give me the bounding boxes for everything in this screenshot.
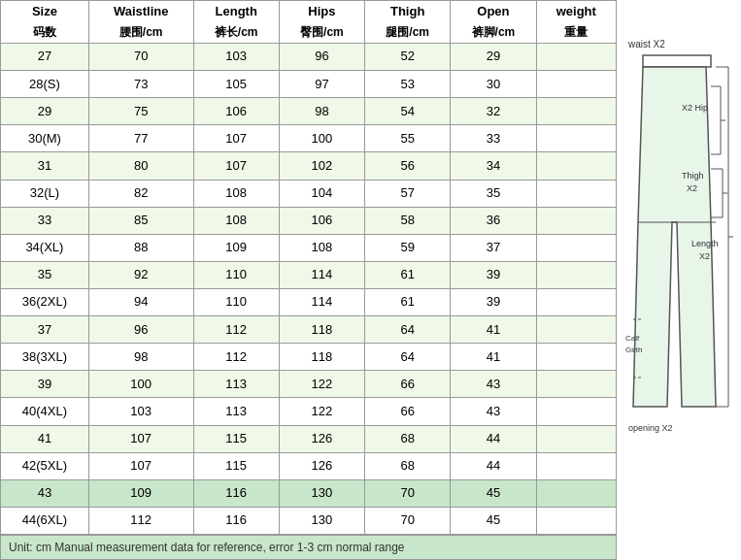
table-cell: 88 [88, 234, 193, 261]
table-cell: 64 [365, 316, 451, 344]
table-cell: 110 [193, 261, 279, 288]
col-open-en: Open [451, 1, 536, 23]
thigh-label-diagram: Thigh [682, 171, 704, 181]
table-cell: 37 [451, 234, 536, 261]
table-row: 2770103965229 [1, 43, 617, 70]
table-cell: 109 [193, 234, 279, 261]
table-cell: 122 [279, 371, 364, 398]
table-cell: 113 [193, 398, 279, 425]
table-cell: 107 [88, 425, 193, 452]
table-body: 277010396522928(S)7310597533029751069854… [1, 43, 617, 534]
table-cell: 54 [365, 98, 451, 125]
table-cell [536, 479, 616, 507]
col-open-cn: 裤脚/cm [451, 22, 536, 43]
table-cell [536, 180, 616, 207]
table-cell: 66 [365, 371, 451, 398]
table-cell: 130 [279, 479, 364, 507]
table-cell: 61 [365, 261, 451, 288]
table-cell: 75 [88, 98, 193, 125]
table-cell: 96 [279, 43, 364, 70]
table-cell: 52 [365, 43, 451, 70]
col-thigh-cn: 腿围/cm [365, 22, 451, 43]
table-cell: 38(3XL) [1, 344, 89, 371]
table-cell: 107 [193, 125, 279, 152]
table-cell: 115 [193, 452, 279, 479]
table-cell: 100 [279, 125, 364, 152]
diagram-section: waist X2 X2 Hip Thigh [617, 0, 741, 560]
table-cell [536, 71, 616, 98]
table-row: 40(4XL)1031131226643 [1, 398, 617, 425]
table-cell [536, 344, 616, 371]
table-cell: 70 [365, 507, 451, 534]
table-cell: 35 [451, 180, 536, 207]
table-cell: 40(4XL) [1, 398, 89, 425]
table-cell: 100 [88, 371, 193, 398]
table-cell: 44(6XL) [1, 507, 89, 534]
table-cell: 122 [279, 398, 364, 425]
table-cell: 70 [88, 43, 193, 70]
table-row: 42(5XL)1071151266844 [1, 452, 617, 479]
table-row: 30(M)771071005533 [1, 125, 617, 152]
table-cell: 59 [365, 234, 451, 261]
table-cell: 115 [193, 425, 279, 452]
table-section: Size Waistline Length Hips Thigh Open we… [0, 0, 617, 560]
table-cell: 82 [88, 180, 193, 207]
table-cell: 43 [451, 398, 536, 425]
length-label: Length [691, 239, 719, 248]
table-row: 36(2XL)941101146139 [1, 288, 617, 315]
table-cell: 68 [365, 425, 451, 452]
table-cell: 35 [1, 261, 89, 288]
table-cell: 126 [279, 425, 364, 452]
table-row: 411071151266844 [1, 425, 617, 452]
table-cell [536, 261, 616, 288]
table-cell: 36 [451, 207, 536, 234]
table-row: 32(L)821081045735 [1, 180, 617, 207]
table-cell: 80 [88, 152, 193, 180]
table-row: 31801071025634 [1, 152, 617, 180]
table-cell: 27 [1, 43, 89, 70]
table-row: 2975106985432 [1, 98, 617, 125]
table-cell: 56 [365, 152, 451, 180]
table-cell: 43 [451, 371, 536, 398]
table-cell: 113 [193, 371, 279, 398]
calf-label-1: Calf [625, 334, 640, 343]
table-cell [536, 98, 616, 125]
footer-note: Unit: cm Manual measurement data for ref… [0, 535, 617, 560]
col-length-en: Length [193, 1, 279, 23]
table-cell: 32 [451, 98, 536, 125]
header-row-chinese: 码数 腰围/cm 裤长/cm 臀围/cm 腿围/cm 裤脚/cm 重量 [1, 22, 617, 43]
table-cell: 43 [1, 479, 89, 507]
table-cell: 98 [279, 98, 364, 125]
header-row-english: Size Waistline Length Hips Thigh Open we… [1, 1, 617, 23]
waist-label: waist X2 [627, 39, 665, 49]
table-cell: 106 [279, 207, 364, 234]
table-cell: 130 [279, 507, 364, 534]
pants-diagram: waist X2 X2 Hip Thigh [623, 28, 735, 533]
table-cell: 98 [88, 344, 193, 371]
table-cell: 112 [193, 316, 279, 344]
table-cell: 64 [365, 344, 451, 371]
table-cell [536, 43, 616, 70]
col-weight-cn: 重量 [536, 22, 616, 43]
table-cell: 73 [88, 71, 193, 98]
table-cell [536, 371, 616, 398]
table-cell: 107 [193, 152, 279, 180]
col-size-cn: 码数 [1, 22, 89, 43]
table-cell: 44 [451, 452, 536, 479]
table-cell: 39 [451, 261, 536, 288]
table-cell: 97 [279, 71, 364, 98]
table-row: 35921101146139 [1, 261, 617, 288]
table-cell: 110 [193, 288, 279, 315]
table-cell: 30(M) [1, 125, 89, 152]
col-waist-cn: 腰围/cm [88, 22, 193, 43]
table-cell: 31 [1, 152, 89, 180]
table-cell: 53 [365, 71, 451, 98]
table-cell: 55 [365, 125, 451, 152]
table-cell: 126 [279, 452, 364, 479]
table-cell: 33 [1, 207, 89, 234]
col-hips-en: Hips [279, 1, 364, 23]
table-cell: 116 [193, 479, 279, 507]
table-cell: 34(XL) [1, 234, 89, 261]
table-cell: 68 [365, 452, 451, 479]
table-cell: 30 [451, 71, 536, 98]
